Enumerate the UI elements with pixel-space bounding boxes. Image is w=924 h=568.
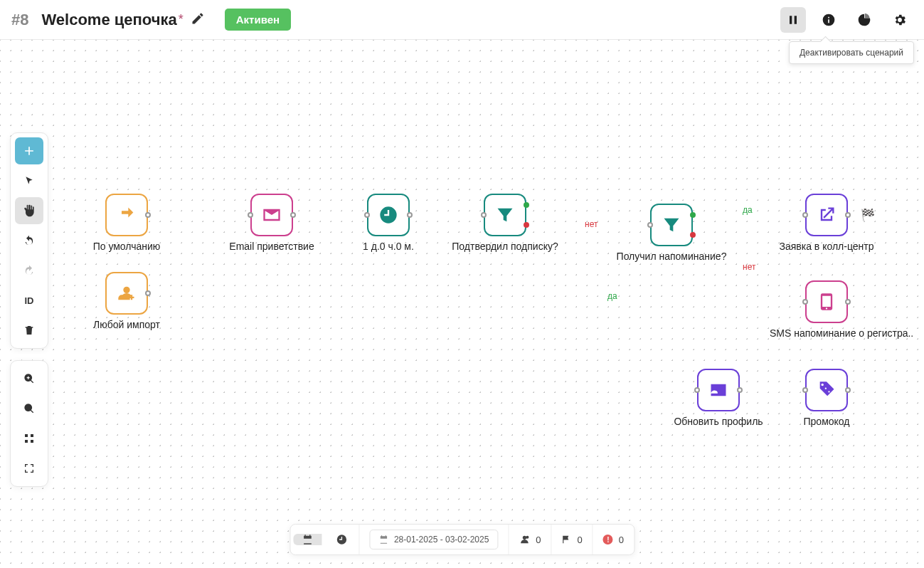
zoom-out-button[interactable] <box>15 395 43 422</box>
node-label: 1 д.0 ч.0 м. <box>331 241 445 252</box>
pause-button[interactable] <box>780 7 806 33</box>
header: #8 Welcome цепочка * Активен <box>0 0 924 40</box>
zoom-in-button[interactable] <box>15 365 43 392</box>
node-got-reminder-filter[interactable]: Получил напоминание? <box>615 204 728 262</box>
pause-tooltip: Деактивировать сценарий <box>789 41 914 64</box>
finish-flag-icon: 🏁 <box>861 208 875 221</box>
info-button[interactable] <box>816 7 841 33</box>
stats-button[interactable] <box>851 7 877 33</box>
pointer-tool[interactable] <box>15 167 43 194</box>
node-label: По умолчанию <box>70 241 184 252</box>
scenario-title: Welcome цепочка <box>41 11 176 29</box>
node-label: Любой импорт <box>70 319 184 330</box>
grid-button[interactable] <box>15 425 43 452</box>
edge-label-yes: да <box>607 291 617 301</box>
date-range-text: 28-01-2025 - 03-02-2025 <box>394 535 489 545</box>
settings-button[interactable] <box>887 7 913 33</box>
node-update-profile[interactable]: Обновить профиль <box>662 369 775 427</box>
clock-mode-button[interactable] <box>327 534 356 545</box>
node-label: Заявка в колл-центр <box>770 241 883 252</box>
users-count[interactable]: 0 <box>509 525 551 554</box>
canvas[interactable]: ID нет да <box>0 40 924 568</box>
node-callcenter[interactable]: Заявка в колл-центр <box>770 194 883 252</box>
edge-label-no: нет <box>743 262 755 272</box>
add-node-button[interactable] <box>15 137 43 164</box>
edge-label-yes: да <box>743 205 753 215</box>
footer-bar: 28-01-2025 - 03-02-2025 0 0 ! 0 <box>290 524 634 555</box>
modified-indicator: * <box>179 12 184 27</box>
undo-button[interactable] <box>15 227 43 254</box>
scenario-id: #8 <box>11 11 28 29</box>
errors-count[interactable]: ! 0 <box>593 525 634 554</box>
node-label: Получил напоминание? <box>615 251 728 262</box>
node-label: Обновить профиль <box>662 416 775 427</box>
node-delay[interactable]: 1 д.0 ч.0 м. <box>331 194 445 252</box>
node-promocode[interactable]: Промокод <box>770 369 883 427</box>
node-label: SMS напоминание о регистра.. <box>770 327 883 339</box>
node-default-trigger[interactable]: По умолчанию <box>70 194 184 252</box>
node-import-trigger[interactable]: Любой импорт <box>70 272 184 330</box>
error-icon: ! <box>603 535 613 545</box>
delete-button[interactable] <box>15 317 43 344</box>
node-label: Email приветствие <box>215 241 329 252</box>
edge-label-no: нет <box>585 219 598 229</box>
status-badge: Активен <box>225 9 291 31</box>
node-label: Подтвердил подписку? <box>448 241 562 252</box>
calendar-mode-button[interactable] <box>293 534 322 545</box>
pan-tool[interactable] <box>15 197 43 224</box>
node-sms-reminder[interactable]: SMS напоминание о регистра.. <box>770 280 883 339</box>
node-label: Промокод <box>770 416 883 427</box>
fit-screen-button[interactable] <box>15 455 43 482</box>
edit-title-button[interactable] <box>191 11 205 28</box>
zoom-toolbox <box>10 360 48 487</box>
node-confirmed-filter[interactable]: Подтвердил подписку? <box>448 194 562 252</box>
node-email-welcome[interactable]: Email приветствие <box>215 194 329 252</box>
flags-count[interactable]: 0 <box>552 525 593 554</box>
date-range-picker[interactable]: 28-01-2025 - 03-02-2025 <box>369 530 498 549</box>
id-tool[interactable]: ID <box>15 287 43 314</box>
toolbox: ID <box>10 132 48 349</box>
redo-button[interactable] <box>15 257 43 284</box>
